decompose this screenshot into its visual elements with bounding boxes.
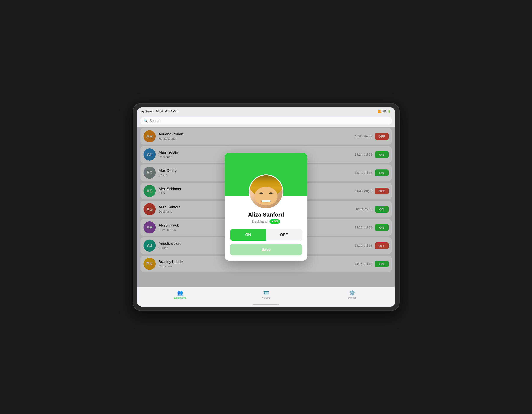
modal-role-row: Deckhand ON (230, 219, 302, 224)
tab-employees[interactable]: 👥 Employees (137, 290, 223, 299)
tab-bar: 👥 Employees 🪪 Visitors ⚙️ Settings (137, 287, 395, 302)
search-input[interactable] (150, 119, 389, 123)
status-time: 10:44 (156, 110, 163, 113)
settings-tab-label: Settings (348, 296, 356, 299)
search-bar-container: 🔍 (137, 115, 395, 127)
status-date: Mon 7 Oct (164, 110, 178, 113)
modal-on-dot (272, 221, 273, 222)
tab-visitors[interactable]: 🪪 Visitors (223, 290, 309, 299)
modal-avatar-image (249, 175, 283, 208)
status-left: ◀ Search 10:44 Mon 7 Oct (141, 110, 178, 113)
search-icon: 🔍 (143, 119, 148, 123)
save-button[interactable]: Save (230, 244, 302, 255)
ipad-screen: ◀ Search 10:44 Mon 7 Oct 📶 5% 🔋 🔍 AR (137, 108, 395, 306)
modal-on-label: ON (274, 220, 278, 223)
back-arrow[interactable]: ◀ (141, 110, 143, 113)
employees-tab-label: Employees (174, 296, 186, 299)
modal-role-text: Deckhand (252, 220, 267, 224)
modal-person-name: Aliza Sanford (230, 211, 302, 218)
status-right: 📶 5% 🔋 (378, 110, 391, 113)
settings-icon: ⚙️ (349, 290, 355, 296)
battery-percent: 5% (382, 110, 386, 113)
ipad-frame: ◀ Search 10:44 Mon 7 Oct 📶 5% 🔋 🔍 AR (133, 103, 399, 311)
modal-avatar (249, 175, 283, 209)
battery-icon: 🔋 (388, 110, 391, 113)
home-indicator (137, 302, 395, 306)
visitors-icon: 🪪 (263, 290, 269, 296)
employees-icon: 👥 (177, 290, 183, 296)
off-toggle-button[interactable]: OFF (266, 229, 302, 241)
back-label[interactable]: Search (145, 110, 154, 113)
main-content: AR Adriana Rohan Housekeeper 14:44, Aug … (137, 127, 395, 287)
modal-card: Aliza Sanford Deckhand ON ON OFF (225, 153, 307, 261)
modal-header (225, 153, 307, 196)
tab-settings[interactable]: ⚙️ Settings (309, 290, 395, 299)
visitors-tab-label: Visitors (262, 296, 270, 299)
wifi-icon: 📶 (378, 110, 381, 113)
modal-status-badge: ON (269, 219, 280, 224)
search-bar[interactable]: 🔍 (141, 117, 392, 125)
on-toggle-button[interactable]: ON (230, 229, 266, 241)
toggle-row: ON OFF (230, 229, 302, 241)
home-indicator-bar (253, 304, 279, 305)
modal-overlay[interactable]: Aliza Sanford Deckhand ON ON OFF (137, 127, 395, 287)
status-bar: ◀ Search 10:44 Mon 7 Oct 📶 5% 🔋 (137, 108, 395, 115)
